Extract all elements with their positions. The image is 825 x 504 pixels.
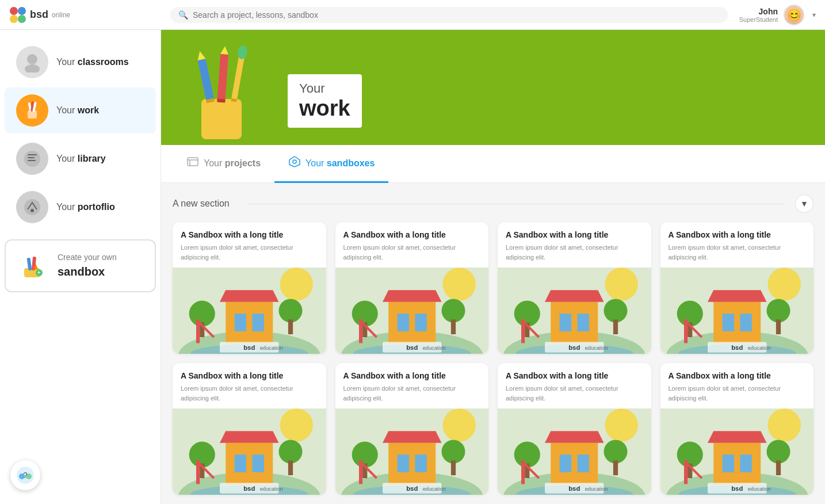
svg-rect-143 <box>560 455 572 472</box>
svg-marker-111 <box>220 431 279 443</box>
tab-sandboxes[interactable]: Your sandboxes <box>274 145 388 183</box>
work-label: Your work <box>56 105 99 116</box>
sidebar-item-portfolio[interactable]: Your portoflio <box>5 184 156 230</box>
svg-rect-26 <box>217 54 228 102</box>
library-avatar <box>16 143 48 175</box>
user-avatar[interactable]: 😊 <box>784 5 804 25</box>
search-input[interactable] <box>193 10 720 20</box>
svg-rect-142 <box>551 443 598 484</box>
card-thumbnail: bsd education <box>498 408 651 495</box>
svg-rect-166 <box>776 460 780 475</box>
svg-text:bsd: bsd <box>406 344 418 351</box>
tab-projects[interactable]: Your projects <box>173 145 274 183</box>
svg-text:education: education <box>422 345 445 351</box>
search-icon: 🔍 <box>178 10 188 20</box>
section-title: A new section <box>173 198 230 209</box>
card-title: A Sandbox with a long title <box>506 371 643 380</box>
sandbox-card[interactable]: A Sandbox with a long title Lorem ipsum … <box>173 222 326 354</box>
create-sandbox-icon: + <box>17 250 49 282</box>
sandbox-card[interactable]: A Sandbox with a long title Lorem ipsum … <box>173 363 326 495</box>
svg-rect-98 <box>776 319 780 334</box>
card-title: A Sandbox with a long title <box>669 230 806 239</box>
svg-marker-128 <box>383 431 442 443</box>
svg-point-89 <box>767 268 800 300</box>
sandbox-card[interactable]: A Sandbox with a long title Lorem ipsum … <box>498 222 651 354</box>
svg-rect-159 <box>713 443 761 484</box>
svg-marker-94 <box>708 290 767 302</box>
card-desc: Lorem ipsum dolor sit amet, consectetur … <box>181 384 318 403</box>
card-info: A Sandbox with a long title Lorem ipsum … <box>660 222 814 268</box>
svg-rect-28 <box>217 98 225 102</box>
svg-text:education: education <box>585 345 608 351</box>
main-layout: Your classrooms Your work <box>0 30 825 504</box>
svg-point-140 <box>605 408 638 441</box>
svg-text:bsd: bsd <box>243 344 255 351</box>
create-sandbox-label: Create your own sandbox <box>58 252 117 280</box>
logo-name: bsd <box>30 9 48 21</box>
logo-area: bsd online <box>9 6 170 24</box>
sidebar-item-library[interactable]: Your library <box>5 136 156 182</box>
svg-rect-12 <box>28 157 35 158</box>
sandboxes-tab-label: Your sandboxes <box>305 158 375 169</box>
svg-point-97 <box>766 299 790 323</box>
sandbox-card[interactable]: A Sandbox with a long title Lorem ipsum … <box>335 363 489 495</box>
svg-text:bsd: bsd <box>731 485 743 492</box>
svg-rect-22 <box>201 99 242 139</box>
svg-rect-23 <box>198 59 215 102</box>
card-thumbnail: bsd education <box>498 268 651 354</box>
projects-tab-icon <box>186 155 199 171</box>
card-desc: Lorem ipsum dolor sit amet, consectetur … <box>506 243 643 262</box>
svg-point-123 <box>442 408 475 441</box>
portfolio-avatar <box>16 191 48 223</box>
svg-point-5 <box>25 64 40 72</box>
search-bar[interactable]: 🔍 <box>170 7 728 23</box>
collapse-section-button[interactable]: ▼ <box>795 194 813 213</box>
svg-text:education: education <box>422 486 445 492</box>
svg-marker-60 <box>383 290 442 302</box>
svg-rect-132 <box>450 460 455 475</box>
svg-rect-81 <box>613 319 618 334</box>
sidebar-item-classrooms[interactable]: Your classrooms <box>5 39 156 85</box>
svg-point-30 <box>236 45 248 60</box>
card-desc: Lorem ipsum dolor sit amet, consectetur … <box>343 243 481 262</box>
svg-marker-35 <box>289 156 300 167</box>
card-info: A Sandbox with a long title Lorem ipsum … <box>173 222 326 268</box>
svg-point-3 <box>18 15 26 23</box>
svg-point-165 <box>766 440 790 464</box>
card-info: A Sandbox with a long title Lorem ipsum … <box>660 363 814 408</box>
user-area: John SuperStudent 😊 ▾ <box>728 5 816 25</box>
svg-rect-109 <box>235 455 247 472</box>
svg-point-106 <box>280 408 313 441</box>
svg-point-55 <box>442 268 475 300</box>
svg-point-2 <box>10 15 18 23</box>
sandbox-card[interactable]: A Sandbox with a long title Lorem ipsum … <box>660 363 814 495</box>
card-title: A Sandbox with a long title <box>343 371 481 380</box>
content-area: Your work Your projects <box>161 30 825 504</box>
hero-your-text: Your <box>299 81 350 96</box>
svg-rect-93 <box>740 314 752 331</box>
card-desc: Lorem ipsum dolor sit amet, consectetur … <box>181 243 318 262</box>
svg-rect-76 <box>577 314 589 331</box>
classrooms-avatar <box>16 46 48 78</box>
svg-rect-75 <box>560 314 572 331</box>
topbar: bsd online 🔍 John SuperStudent 😊 ▾ <box>0 0 825 30</box>
svg-rect-110 <box>252 455 264 472</box>
create-sandbox-button[interactable]: + Create your own sandbox <box>5 239 156 292</box>
sandbox-card[interactable]: A Sandbox with a long title Lorem ipsum … <box>335 222 489 354</box>
user-dropdown-chevron[interactable]: ▾ <box>812 11 816 19</box>
card-thumbnail: bsd education <box>335 268 489 354</box>
card-info: A Sandbox with a long title Lorem ipsum … <box>498 363 651 408</box>
hero-work-text: work <box>299 96 350 121</box>
svg-rect-91 <box>713 302 761 343</box>
sandbox-card[interactable]: A Sandbox with a long title Lorem ipsum … <box>660 222 814 354</box>
sandbox-card[interactable]: A Sandbox with a long title Lorem ipsum … <box>498 363 651 495</box>
svg-rect-64 <box>450 319 455 334</box>
card-info: A Sandbox with a long title Lorem ipsum … <box>335 363 489 408</box>
svg-rect-29 <box>231 52 246 101</box>
sidebar-item-work[interactable]: Your work <box>5 87 156 133</box>
svg-rect-144 <box>577 455 589 472</box>
help-button[interactable]: ? <box>10 460 40 490</box>
svg-point-15 <box>30 209 34 212</box>
card-title: A Sandbox with a long title <box>669 371 806 380</box>
section-header-inner: A new section <box>173 198 795 209</box>
